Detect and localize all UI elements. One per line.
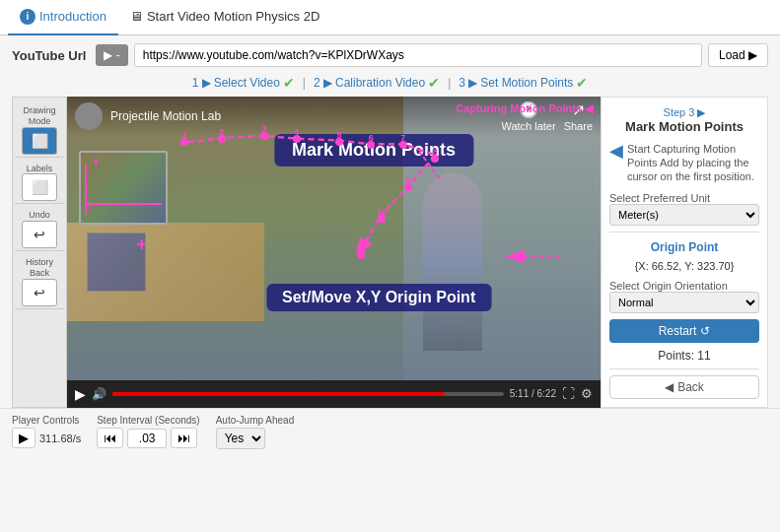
history-section: History Back ↩ bbox=[15, 253, 64, 309]
pc-step-label: Step Interval (Seconds) bbox=[97, 415, 200, 426]
pc-step-input[interactable] bbox=[127, 429, 167, 448]
history-btn[interactable]: ↩ bbox=[22, 279, 57, 306]
pc-speed-label: 311.68/s bbox=[39, 432, 81, 444]
info-icon: i bbox=[20, 9, 35, 25]
step-2-link[interactable]: 2 ▶ Calibration Video ✔ bbox=[314, 75, 440, 91]
time-label: 5:11 / 6:22 bbox=[510, 388, 556, 399]
inset-preview: Y X bbox=[79, 151, 168, 225]
tab-introduction[interactable]: i Introduction bbox=[8, 0, 118, 35]
progress-bar[interactable] bbox=[112, 392, 504, 396]
fullscreen-btn[interactable]: ⛶ bbox=[562, 386, 575, 401]
load-button[interactable]: Load ▶ bbox=[708, 43, 768, 67]
rp-desc: Start Capturing Motion Points Add by pla… bbox=[627, 142, 759, 184]
step-3-link[interactable]: 3 ▶ Set Motion Points ✔ bbox=[459, 75, 588, 91]
orientation-section: Select Origin Orientation Normal bbox=[609, 278, 759, 313]
mark-motion-points-label: Mark Motion Points bbox=[274, 134, 473, 166]
draw-sidebar: Drawing Mode ⬜ Labels ⬜ Undo ↩ History B… bbox=[12, 97, 67, 408]
pc-group-step: Step Interval (Seconds) ⏮ ⏭ bbox=[97, 415, 200, 448]
share-label: Share bbox=[564, 120, 593, 132]
labels-section: Labels ⬜ bbox=[15, 160, 64, 205]
unit-label: Select Preferred Unit bbox=[609, 192, 759, 204]
set-move-label: Set/Move X,Y Origin Point bbox=[266, 284, 491, 311]
steps-sep-2: | bbox=[448, 76, 451, 90]
restart-label: Restart bbox=[659, 324, 697, 338]
step-2-check: ✔ bbox=[428, 75, 440, 91]
pc-player-label: Player Controls bbox=[12, 415, 81, 426]
player-controls-row: Player Controls ▶ 311.68/s Step Interval… bbox=[0, 408, 780, 455]
url-row: YouTube Url ▶ - Load ▶ bbox=[12, 43, 768, 67]
back-button[interactable]: ◀ Back bbox=[609, 375, 759, 399]
tab-intro-label: Introduction bbox=[39, 9, 106, 24]
step-2-num: 2 ▶ bbox=[314, 76, 332, 90]
right-panel: Step 3 ▶ Mark Motion Points ◀ Start Capt… bbox=[601, 97, 768, 408]
rp-back-arrow: ◀ bbox=[609, 140, 623, 162]
content-row: Drawing Mode ⬜ Labels ⬜ Undo ↩ History B… bbox=[12, 97, 768, 408]
channel-avatar bbox=[75, 102, 103, 130]
points-label: Points: 11 bbox=[609, 349, 759, 363]
pc-play-btn[interactable]: ▶ bbox=[12, 428, 35, 448]
yt-btn-label: ▶ - bbox=[104, 48, 119, 62]
step-1-check: ✔ bbox=[283, 75, 295, 91]
undo-section: Undo ↩ bbox=[15, 206, 64, 251]
orientation-select[interactable]: Normal bbox=[609, 292, 759, 313]
settings-btn[interactable]: ⚙ bbox=[581, 386, 593, 401]
unit-section: Select Preferred Unit Meter(s) bbox=[609, 190, 759, 226]
pc-group-player: Player Controls ▶ 311.68/s bbox=[12, 415, 81, 448]
draw-mode-label: Drawing Mode bbox=[15, 105, 64, 127]
step-3-label: Set Motion Points bbox=[480, 76, 573, 90]
step-3-num: 3 ▶ bbox=[459, 76, 477, 90]
pc-step-fwd-btn[interactable]: ⏭ bbox=[171, 428, 197, 448]
pc-step-inner: ⏮ ⏭ bbox=[97, 428, 200, 448]
divider-1 bbox=[609, 232, 759, 233]
url-input[interactable] bbox=[134, 43, 702, 67]
orientation-label: Select Origin Orientation bbox=[609, 280, 759, 292]
pc-autojump-inner: Yes No bbox=[216, 428, 295, 449]
steps-nav: 1 ▶ Select Video ✔ | 2 ▶ Calibration Vid… bbox=[12, 75, 768, 91]
volume-btn[interactable]: 🔊 bbox=[92, 387, 106, 401]
video-wrap: Projectile Motion Lab 🕐 Watch later ↗ Sh… bbox=[67, 97, 601, 408]
rp-step-label: Step 3 ▶ bbox=[664, 106, 706, 118]
labels-btn[interactable]: ⬜ bbox=[22, 173, 57, 201]
labels-label: Labels bbox=[27, 164, 53, 174]
step-3-check: ✔ bbox=[576, 75, 588, 91]
url-section-label: YouTube Url bbox=[12, 48, 86, 63]
restart-icon: ↺ bbox=[700, 324, 710, 338]
load-btn-label: Load ▶ bbox=[719, 48, 757, 62]
undo-label: Undo bbox=[29, 210, 50, 221]
undo-btn[interactable]: ↩ bbox=[22, 221, 57, 248]
tab-video-motion[interactable]: 🖥 Start Video Motion Physics 2D bbox=[118, 0, 331, 35]
steps-sep-1: | bbox=[303, 76, 306, 90]
history-label: History Back bbox=[15, 257, 64, 279]
origin-cross: + bbox=[136, 233, 147, 254]
capturing-label: Capturing Motion Points ◀ bbox=[456, 102, 593, 115]
video-title: Projectile Motion Lab bbox=[110, 109, 221, 123]
video-frame[interactable]: Projectile Motion Lab 🕐 Watch later ↗ Sh… bbox=[67, 97, 601, 380]
origin-coords: {X: 66.52, Y: 323.70} bbox=[609, 260, 759, 272]
draw-mode-btn[interactable]: ⬜ bbox=[22, 127, 57, 155]
video-controls: ▶ 🔊 5:11 / 6:22 ⛶ ⚙ bbox=[67, 380, 601, 408]
step-2-label: Calibration Video bbox=[335, 76, 425, 90]
unit-select[interactable]: Meter(s) bbox=[609, 204, 759, 226]
back-icon: ◀ bbox=[665, 380, 674, 394]
restart-button[interactable]: Restart ↺ bbox=[609, 319, 759, 343]
monitor-icon: 🖥 bbox=[130, 9, 143, 24]
pc-group-autojump: Auto-Jump Ahead Yes No bbox=[216, 415, 295, 449]
youtube-button[interactable]: ▶ - bbox=[96, 44, 127, 66]
watch-later-label: Watch later bbox=[501, 120, 555, 132]
origin-title: Origin Point bbox=[609, 240, 759, 254]
tab-video-label: Start Video Motion Physics 2D bbox=[147, 9, 319, 24]
main-area: YouTube Url ▶ - Load ▶ 1 ▶ Select Video … bbox=[0, 35, 780, 408]
rp-desc-row: ◀ Start Capturing Motion Points Add by p… bbox=[609, 142, 759, 184]
tabs-bar: i Introduction 🖥 Start Video Motion Phys… bbox=[0, 0, 780, 35]
rp-title: Mark Motion Points bbox=[609, 119, 759, 136]
draw-mode-section: Drawing Mode ⬜ bbox=[15, 101, 64, 158]
play-btn[interactable]: ▶ bbox=[75, 386, 86, 402]
pc-player-inner: ▶ 311.68/s bbox=[12, 428, 81, 448]
pc-autojump-select[interactable]: Yes No bbox=[216, 428, 265, 449]
pc-step-back-btn[interactable]: ⏮ bbox=[97, 428, 123, 448]
step-1-num: 1 ▶ bbox=[192, 76, 211, 90]
back-label: Back bbox=[677, 380, 704, 394]
step-1-link[interactable]: 1 ▶ Select Video ✔ bbox=[192, 75, 295, 91]
step-1-label: Select Video bbox=[214, 76, 280, 90]
pc-autojump-label: Auto-Jump Ahead bbox=[216, 415, 295, 426]
